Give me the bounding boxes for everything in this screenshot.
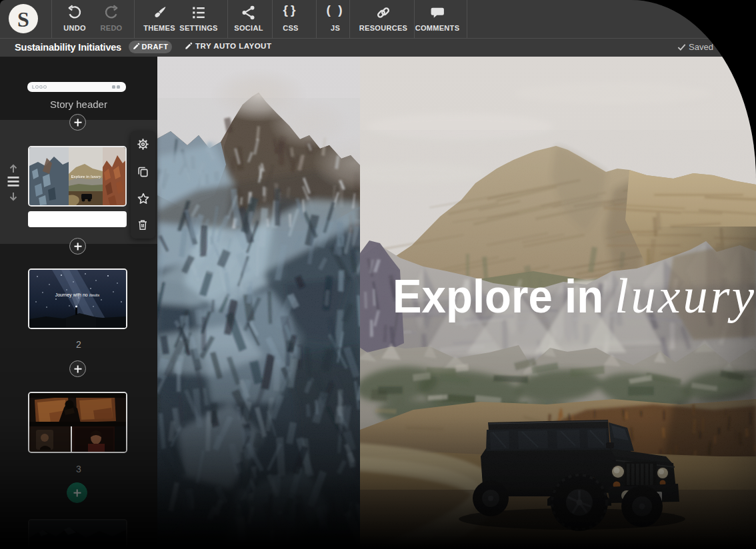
svg-text:Explore in luxury: Explore in luxury <box>71 174 101 179</box>
